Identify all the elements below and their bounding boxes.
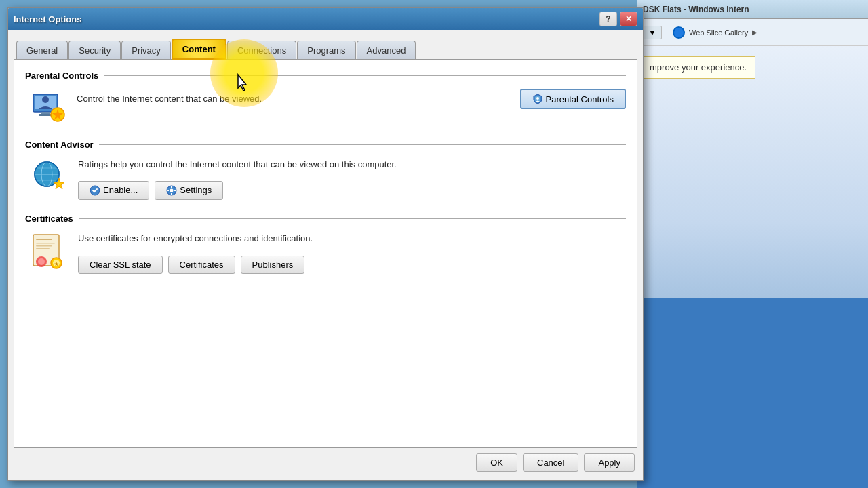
parental-controls-body: Control the Internet content that can be… bbox=[25, 89, 626, 126]
titlebar-controls: ? ✕ bbox=[599, 12, 637, 26]
tab-bar: General Security Privacy Content Connect… bbox=[14, 35, 637, 59]
tab-advanced[interactable]: Advanced bbox=[357, 41, 416, 60]
svg-point-27 bbox=[38, 258, 45, 265]
tab-privacy[interactable]: Privacy bbox=[121, 41, 171, 60]
parental-controls-button[interactable]: Parental Controls bbox=[520, 89, 626, 109]
certificates-desc: Use certificates for encrypted connectio… bbox=[78, 233, 313, 243]
enable-icon bbox=[90, 185, 100, 196]
web-slice-text: Web Slice Gallery bbox=[689, 28, 748, 37]
tab-security[interactable]: Security bbox=[68, 41, 121, 60]
help-button[interactable]: ? bbox=[599, 12, 617, 26]
ok-button[interactable]: OK bbox=[476, 453, 517, 472]
svg-rect-3 bbox=[41, 112, 50, 114]
svg-rect-4 bbox=[39, 114, 52, 116]
parental-controls-desc: Control the Internet content that can be… bbox=[77, 92, 509, 106]
clear-ssl-button[interactable]: Clear SSL state bbox=[78, 256, 163, 274]
content-advisor-section: Content Advisor bbox=[25, 140, 626, 200]
svg-point-16 bbox=[170, 188, 174, 192]
bg-title-text: DSK Flats - Windows Intern bbox=[643, 5, 749, 14]
content-advisor-buttons: Enable... bbox=[78, 181, 626, 200]
certificates-content: Use certificates for encrypted connectio… bbox=[78, 232, 626, 274]
dialog-content: General Security Privacy Content Connect… bbox=[8, 30, 643, 480]
enable-btn-label: Enable... bbox=[103, 185, 138, 195]
tab-privacy-label: Privacy bbox=[132, 45, 161, 56]
parental-controls-btn-label: Parental Controls bbox=[546, 94, 614, 104]
section-divider-certs bbox=[79, 218, 626, 219]
parental-controls-title: Parental Controls bbox=[25, 70, 98, 81]
svg-text:★: ★ bbox=[54, 262, 59, 266]
web-slice-area: Web Slice Gallery ▶ bbox=[673, 26, 757, 39]
certificates-title: Certificates bbox=[25, 214, 73, 224]
parental-controls-content: Control the Internet content that can be… bbox=[77, 89, 626, 109]
content-advisor-icon bbox=[31, 158, 67, 197]
cancel-label: Cancel bbox=[537, 458, 564, 468]
dialog-footer: OK Cancel Apply bbox=[14, 448, 637, 474]
bg-dropdown-btn: ▼ bbox=[643, 26, 662, 39]
svg-point-2 bbox=[42, 96, 49, 103]
svg-rect-25 bbox=[36, 248, 50, 249]
tab-advanced-label: Advanced bbox=[367, 45, 406, 56]
publishers-btn-label: Publishers bbox=[252, 260, 294, 270]
close-button[interactable]: ✕ bbox=[620, 12, 637, 26]
svg-rect-22 bbox=[36, 239, 52, 240]
content-advisor-title: Content Advisor bbox=[25, 140, 94, 150]
content-advisor-body: Ratings help you control the Internet co… bbox=[25, 158, 626, 200]
tab-connections-label: Connections bbox=[237, 45, 286, 56]
certificates-header: Certificates bbox=[25, 214, 626, 224]
settings-button[interactable]: Settings bbox=[155, 181, 223, 200]
bg-content-area: mprove your experience. bbox=[637, 46, 868, 488]
apply-button[interactable]: Apply bbox=[584, 453, 635, 472]
dialog-title: Internet Options bbox=[14, 14, 81, 24]
parental-controls-section: Parental Controls bbox=[25, 70, 626, 126]
tab-connections[interactable]: Connections bbox=[227, 41, 296, 60]
enable-button[interactable]: Enable... bbox=[78, 181, 149, 200]
bg-titlebar: DSK Flats - Windows Intern bbox=[637, 0, 868, 19]
section-divider-advisor bbox=[99, 144, 626, 145]
clear-ssl-label: Clear SSL state bbox=[90, 260, 151, 270]
certificates-body: ★ Use certificates for encrypted connect… bbox=[25, 232, 626, 274]
certificate-icon: ★ bbox=[31, 232, 67, 273]
certificate-icon-svg: ★ bbox=[31, 232, 67, 271]
content-advisor-desc: Ratings help you control the Internet co… bbox=[78, 159, 397, 169]
background-ie-window: DSK Flats - Windows Intern ▼ Web Slice G… bbox=[637, 0, 868, 488]
svg-rect-24 bbox=[36, 245, 52, 247]
svg-point-6 bbox=[536, 97, 539, 100]
parental-controls-header: Parental Controls bbox=[25, 70, 626, 81]
publishers-button[interactable]: Publishers bbox=[241, 256, 305, 274]
bg-toolbar: ▼ Web Slice Gallery ▶ bbox=[637, 19, 868, 46]
certificates-buttons: Clear SSL state Certificates Publishers bbox=[78, 256, 626, 274]
content-advisor-header: Content Advisor bbox=[25, 140, 626, 150]
parental-controls-shield-icon bbox=[532, 94, 543, 104]
settings-btn-label: Settings bbox=[180, 185, 212, 195]
certificates-button[interactable]: Certificates bbox=[168, 256, 235, 274]
certificates-section: Certificates bbox=[25, 214, 626, 274]
section-divider-parental bbox=[104, 75, 626, 76]
tab-content[interactable]: Content bbox=[172, 39, 226, 60]
improve-text: mprove your experience. bbox=[650, 62, 747, 73]
tab-content-label: Content bbox=[182, 44, 216, 54]
parental-controls-icon-svg bbox=[31, 89, 66, 124]
content-advisor-icon-svg bbox=[31, 158, 67, 195]
tab-programs-label: Programs bbox=[307, 45, 345, 56]
tab-programs[interactable]: Programs bbox=[297, 41, 355, 60]
parental-icon bbox=[31, 89, 66, 126]
svg-rect-23 bbox=[36, 243, 55, 244]
ie-icon bbox=[673, 26, 685, 39]
dialog-titlebar: Internet Options ? ✕ bbox=[8, 8, 643, 30]
cancel-button[interactable]: Cancel bbox=[523, 453, 578, 472]
apply-label: Apply bbox=[598, 458, 620, 468]
content-panel: Parental Controls bbox=[14, 59, 637, 448]
tab-general[interactable]: General bbox=[16, 41, 68, 60]
settings-icon bbox=[166, 185, 177, 196]
improve-banner: mprove your experience. bbox=[641, 56, 755, 79]
certificates-btn-label: Certificates bbox=[180, 260, 224, 270]
content-advisor-content: Ratings help you control the Internet co… bbox=[78, 158, 626, 200]
internet-options-dialog: Internet Options ? ✕ General Security Pr… bbox=[7, 7, 644, 481]
ok-label: OK bbox=[490, 458, 503, 468]
bg-blue-section bbox=[637, 298, 868, 488]
tab-general-label: General bbox=[26, 45, 58, 56]
tab-security-label: Security bbox=[79, 45, 111, 56]
